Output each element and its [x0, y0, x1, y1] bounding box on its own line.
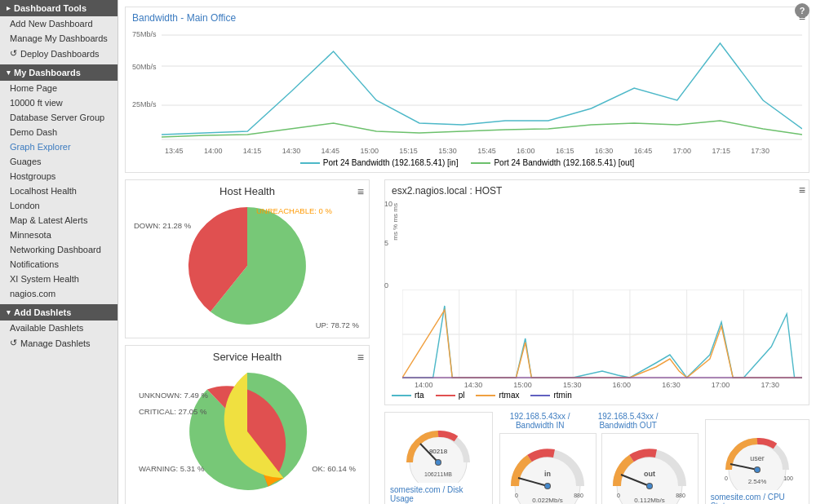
esx-x-labels: 14:0014:3015:0015:3016:0016:3017:0017:30: [392, 381, 802, 389]
available-dashlets-link[interactable]: Available Dashlets: [0, 321, 118, 335]
health-column: ≡ Host Health UNREACHABLE: 0 %: [125, 179, 378, 504]
sidebar-dashboard-item[interactable]: 10000 ft view: [0, 95, 118, 110]
sidebar-dashboard-item[interactable]: Networking Dashboard: [0, 242, 118, 257]
bandwidth-title: Bandwidth - Main Office: [132, 12, 802, 24]
my-dashboards-header[interactable]: ▾ My Dashboards: [0, 64, 118, 81]
service-health-section: ≡ Service Health U: [125, 345, 370, 504]
cpu-gauge-panel: user 0 100 2.54% somesite.com / CPU Stat…: [705, 419, 809, 504]
sidebar-dashboard-item[interactable]: Map & Latest Alerts: [0, 213, 118, 228]
manage-dashlets-link[interactable]: ↺ Manage Dashlets: [0, 335, 118, 351]
right-panels: ≡ esx2.nagios.local : HOST ms % ms ms 10…: [384, 179, 809, 504]
unreachable-label: UNREACHABLE: 0 %: [256, 205, 332, 217]
bw-gauges-section: 192.168.5.43xx / Bandwidth IN 192.168.5.…: [499, 412, 698, 504]
out-gauge-svg: out 0 880 0.112Mb/s: [607, 439, 693, 504]
y-label-50: 50Mb/s: [132, 63, 157, 71]
help-icon[interactable]: ?: [795, 3, 809, 18]
svg-text:user: user: [750, 454, 765, 462]
bottom-row: ≡ Host Health UNREACHABLE: 0 %: [125, 179, 809, 504]
esx-legend-rtmax: rtmax: [476, 391, 519, 400]
esx-legend-pl: pl: [436, 391, 465, 400]
out-gauge-panel: out 0 880 0.112Mb/s: [601, 433, 698, 504]
svg-text:out: out: [644, 470, 655, 478]
sidebar-dashboard-item[interactable]: XI System Health: [0, 272, 118, 286]
sidebar: ▸ Dashboard Tools Add New Dashboard Mana…: [0, 0, 118, 504]
disk-gauge-link[interactable]: somesite.com / Disk Usage: [390, 485, 487, 503]
bw-gauge-titles: 192.168.5.43xx / Bandwidth IN 192.168.5.…: [499, 412, 698, 430]
bw-out-title: 192.168.5.43xx / Bandwidth OUT: [588, 412, 669, 430]
my-dashboards-label: My Dashboards: [14, 68, 81, 77]
sidebar-dashboard-item[interactable]: Hostgroups: [0, 169, 118, 183]
svg-text:0.112Mb/s: 0.112Mb/s: [634, 497, 664, 504]
arrow-icon-2: ▾: [7, 69, 11, 77]
disk-gauge-panel: 80218 106211MB somesite.com / Disk Usage: [384, 412, 493, 504]
bandwidth-legend: Port 24 Bandwidth (192.168.5.41) [in] Po…: [132, 158, 802, 167]
svg-point-40: [755, 467, 760, 472]
deploy-icon: ↺: [10, 48, 17, 59]
legend-out-label: Port 24 Bandwidth (192.168.5.41) [out]: [494, 158, 634, 167]
sidebar-dashboard-item[interactable]: Demo Dash: [0, 125, 118, 139]
svg-point-18: [436, 460, 441, 465]
legend-out: Port 24 Bandwidth (192.168.5.41) [out]: [471, 158, 634, 167]
sidebar-dashboard-item[interactable]: Guages: [0, 154, 118, 169]
manage-dashboards-link[interactable]: Manage My Dashboards: [0, 31, 118, 46]
dashboard-list: Home Page10000 ft viewDatabase Server Gr…: [0, 81, 118, 301]
host-health-pie: [182, 201, 313, 331]
manage-icon: ↺: [10, 338, 17, 348]
esx-legend: rta pl rtmax rtmin: [392, 391, 802, 400]
esx-svg: [402, 290, 802, 379]
disk-gauge-svg: 80218 106211MB: [397, 418, 479, 483]
cpu-gauge-link[interactable]: somesite.com / CPU Stats: [711, 493, 804, 504]
bandwidth-chart-container: 75Mb/s 50Mb/s 25Mb/s: [132, 27, 802, 145]
bandwidth-svg: [162, 27, 802, 145]
y-label-75: 75Mb/s: [132, 30, 157, 38]
main-content: ? Bandwidth - Main Office ≡ 75Mb/s 50Mb/…: [118, 0, 816, 504]
esx-section: ≡ esx2.nagios.local : HOST ms % ms ms 10…: [384, 179, 809, 405]
sidebar-dashboard-item[interactable]: Localhost Health: [0, 183, 118, 198]
up-label: UP: 78.72 %: [316, 319, 359, 331]
add-dashlets-header[interactable]: ▾ Add Dashlets: [0, 304, 118, 321]
host-health-title: Host Health: [220, 185, 275, 197]
down-label: DOWN: 21.28 %: [134, 219, 191, 232]
dashboard-tools-header[interactable]: ▸ Dashboard Tools: [0, 0, 118, 16]
bandwidth-section: Bandwidth - Main Office ≡ 75Mb/s 50Mb/s …: [125, 7, 809, 173]
sidebar-dashboard-item[interactable]: London: [0, 198, 118, 213]
sidebar-dashboard-item[interactable]: Home Page: [0, 81, 118, 95]
svg-text:100: 100: [783, 475, 793, 481]
service-health-title: Service Health: [213, 351, 282, 363]
legend-in-line: [300, 162, 320, 164]
bw-in-title: 192.168.5.43xx / Bandwidth IN: [499, 412, 581, 430]
esx-chart-area: 10 5 0: [402, 200, 802, 381]
esx-chart-wrapper: ms % ms ms 10 5 0: [392, 200, 802, 381]
sidebar-dashboard-item[interactable]: Minnesota: [0, 228, 118, 242]
sidebar-dashboard-item[interactable]: Graph Explorer: [0, 139, 118, 154]
sidebar-dashboard-item[interactable]: Database Server Group: [0, 110, 118, 125]
esx-legend-rta: rta: [392, 391, 424, 400]
add-dashboard-link[interactable]: Add New Dashboard: [0, 16, 118, 31]
svg-text:880: 880: [574, 493, 583, 498]
svg-text:106211MB: 106211MB: [424, 471, 452, 477]
svg-text:0.022Mb/s: 0.022Mb/s: [532, 497, 562, 504]
esx-title: esx2.nagios.local : HOST: [392, 185, 802, 197]
in-gauge-panel: in 0 880 0.022Mb/s: [499, 433, 596, 504]
y-label-25: 25Mb/s: [132, 100, 157, 108]
svg-point-24: [545, 484, 550, 489]
dashboard-tools-label: Dashboard Tools: [14, 3, 86, 13]
sidebar-dashboard-item[interactable]: nagios.com: [0, 286, 118, 301]
host-health-menu-icon[interactable]: ≡: [357, 185, 364, 198]
service-health-menu-icon[interactable]: ≡: [357, 351, 364, 364]
svg-text:0: 0: [515, 493, 518, 498]
two-gauges-row: in 0 880 0.022Mb/s: [499, 433, 698, 504]
esx-menu-icon[interactable]: ≡: [799, 183, 805, 197]
deploy-dashboards-link[interactable]: ↺ Deploy Dashboards: [0, 46, 118, 61]
legend-out-line: [471, 162, 490, 164]
svg-text:0: 0: [617, 493, 620, 498]
esx-legend-rtmin: rtmin: [530, 391, 571, 400]
svg-text:0: 0: [725, 475, 728, 481]
svg-text:880: 880: [676, 493, 685, 498]
legend-in-label: Port 24 Bandwidth (192.168.5.41) [in]: [323, 158, 459, 167]
sidebar-dashboard-item[interactable]: Notifications: [0, 257, 118, 272]
svg-text:2.54%: 2.54%: [748, 478, 767, 485]
arrow-icon-3: ▾: [7, 308, 11, 316]
legend-in: Port 24 Bandwidth (192.168.5.41) [in]: [300, 158, 459, 167]
service-health-pie: [182, 366, 313, 497]
